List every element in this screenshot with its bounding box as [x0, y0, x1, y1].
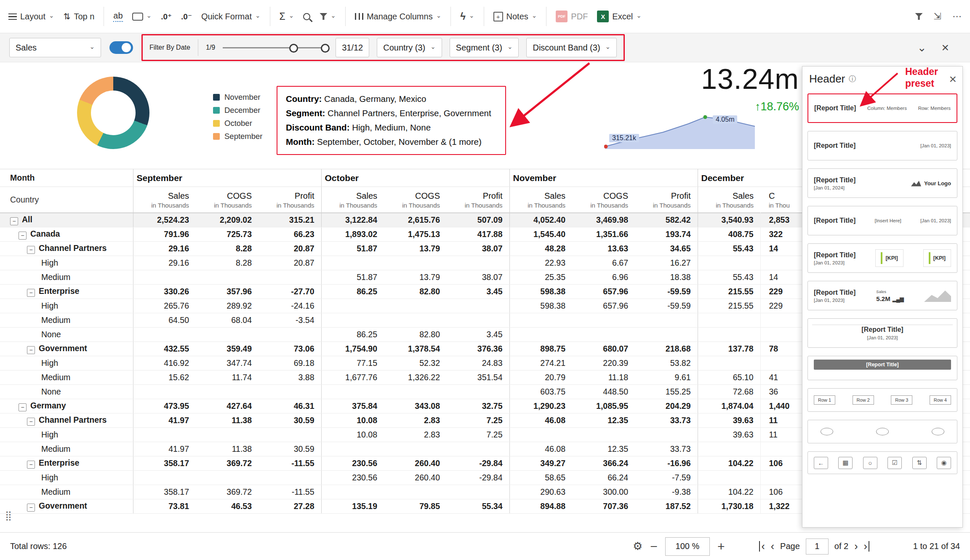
- cell[interactable]: 11.38: [196, 442, 258, 456]
- measure-header[interactable]: Salesin Thousands: [321, 187, 384, 213]
- cell[interactable]: 375.84: [321, 399, 384, 413]
- settings-gear-icon[interactable]: ⚙: [633, 540, 642, 553]
- cell[interactable]: 1,754.90: [321, 342, 384, 356]
- cell[interactable]: 10.08: [321, 428, 384, 442]
- cell[interactable]: 473.95: [133, 399, 196, 413]
- cell[interactable]: -27.70: [258, 285, 321, 299]
- cell[interactable]: 38.07: [447, 242, 509, 256]
- cell[interactable]: -7.59: [635, 471, 698, 485]
- cell[interactable]: 791.96: [133, 227, 196, 242]
- segment-filter-dropdown[interactable]: Segment (3) ⌄: [450, 38, 519, 57]
- cell[interactable]: 369.72: [196, 485, 258, 499]
- cell[interactable]: 427.64: [196, 399, 258, 413]
- cell[interactable]: 51.87: [321, 270, 384, 285]
- row-label[interactable]: High: [0, 256, 133, 270]
- cell[interactable]: [321, 485, 384, 499]
- row-label[interactable]: −Channel Partners: [0, 413, 133, 428]
- collapse-icon[interactable]: −: [27, 346, 35, 354]
- cell[interactable]: [258, 471, 321, 485]
- cell[interactable]: 46.08: [509, 413, 572, 428]
- cell[interactable]: 82.80: [384, 285, 447, 299]
- cell[interactable]: [384, 313, 447, 328]
- cell[interactable]: [133, 471, 196, 485]
- collapse-filterbar-icon[interactable]: ⌄: [917, 41, 927, 54]
- cell[interactable]: 53.82: [635, 356, 698, 371]
- cell[interactable]: [321, 442, 384, 456]
- cell[interactable]: 218.68: [635, 342, 698, 356]
- cell[interactable]: 289.92: [196, 299, 258, 313]
- cell[interactable]: [196, 270, 258, 285]
- cell[interactable]: 657.96: [572, 299, 635, 313]
- cell[interactable]: 65.10: [698, 371, 760, 385]
- last-page-button[interactable]: ›: [863, 541, 869, 552]
- cell[interactable]: 13.79: [384, 242, 447, 256]
- cell[interactable]: [447, 442, 509, 456]
- header-preset-logo[interactable]: [Report Title] [Jan 01, 2024] Your Logo: [807, 168, 957, 198]
- row-label[interactable]: None: [0, 328, 133, 342]
- cell[interactable]: 4,052.40: [509, 213, 572, 227]
- cell[interactable]: 9.61: [635, 371, 698, 385]
- cell[interactable]: 39.63: [698, 428, 760, 442]
- cell[interactable]: [196, 471, 258, 485]
- cell[interactable]: -29.84: [447, 456, 509, 471]
- cell[interactable]: 1,677.76: [321, 371, 384, 385]
- cell[interactable]: 366.24: [572, 456, 635, 471]
- cell[interactable]: 432.55: [133, 342, 196, 356]
- cell[interactable]: 6.96: [572, 270, 635, 285]
- row-label[interactable]: None: [0, 385, 133, 399]
- cell[interactable]: 416.92: [133, 356, 196, 371]
- header-preset-darkbar[interactable]: [Report Title]: [807, 356, 957, 380]
- cell[interactable]: 22.93: [509, 256, 572, 270]
- cell[interactable]: [509, 428, 572, 442]
- increase-decimal-button[interactable]: .0⁺: [161, 12, 172, 21]
- cell[interactable]: 230.56: [321, 471, 384, 485]
- cell[interactable]: [447, 385, 509, 399]
- cell[interactable]: [384, 256, 447, 270]
- row-label[interactable]: Medium: [0, 270, 133, 285]
- cell[interactable]: [321, 299, 384, 313]
- cell[interactable]: 69.18: [258, 356, 321, 371]
- cell[interactable]: 32.75: [447, 399, 509, 413]
- header-preset-rows[interactable]: Row 1 Row 2 Row 3 Row 4: [807, 388, 957, 412]
- cell[interactable]: 11.74: [196, 371, 258, 385]
- date-range-end-box[interactable]: 31/12: [336, 38, 369, 57]
- cell[interactable]: 18.38: [635, 270, 698, 285]
- cell[interactable]: [384, 485, 447, 499]
- cell[interactable]: 193.74: [635, 227, 698, 242]
- filter-menu[interactable]: ⌄: [320, 13, 336, 20]
- layout-menu[interactable]: Layout ⌄: [8, 12, 54, 21]
- row-label[interactable]: Medium: [0, 313, 133, 328]
- measure-header[interactable]: COGSin Thousands: [196, 187, 258, 213]
- cell[interactable]: 41.97: [133, 413, 196, 428]
- cell[interactable]: 358.17: [133, 485, 196, 499]
- cell[interactable]: [572, 328, 635, 342]
- cell[interactable]: 52.32: [384, 356, 447, 371]
- cell[interactable]: 29.16: [133, 256, 196, 270]
- cell[interactable]: 55.43: [698, 270, 760, 285]
- row-label[interactable]: −Enterprise: [0, 285, 133, 299]
- cell[interactable]: 204.29: [635, 399, 698, 413]
- cell[interactable]: 10.08: [321, 413, 384, 428]
- row-label[interactable]: High: [0, 428, 133, 442]
- row-label[interactable]: High: [0, 471, 133, 485]
- header-preset-circles[interactable]: [807, 420, 957, 443]
- cell[interactable]: 260.40: [384, 456, 447, 471]
- cell[interactable]: 359.49: [196, 342, 258, 356]
- cell[interactable]: 8.28: [196, 242, 258, 256]
- cell[interactable]: 8.28: [196, 256, 258, 270]
- cell[interactable]: 417.88: [447, 227, 509, 242]
- row-label[interactable]: Medium: [0, 485, 133, 499]
- cell[interactable]: 357.96: [196, 285, 258, 299]
- cell[interactable]: 358.17: [133, 456, 196, 471]
- cell[interactable]: [196, 428, 258, 442]
- cell[interactable]: 135.19: [321, 499, 384, 514]
- cell[interactable]: 30.59: [258, 413, 321, 428]
- cell[interactable]: 24.83: [447, 356, 509, 371]
- cell[interactable]: 894.88: [509, 499, 572, 514]
- cell[interactable]: 2.83: [384, 413, 447, 428]
- cell[interactable]: 3.88: [258, 371, 321, 385]
- close-filterbar-icon[interactable]: ×: [941, 40, 949, 55]
- cell[interactable]: 33.73: [635, 413, 698, 428]
- cell[interactable]: 315.21: [258, 213, 321, 227]
- cell[interactable]: 73.81: [133, 499, 196, 514]
